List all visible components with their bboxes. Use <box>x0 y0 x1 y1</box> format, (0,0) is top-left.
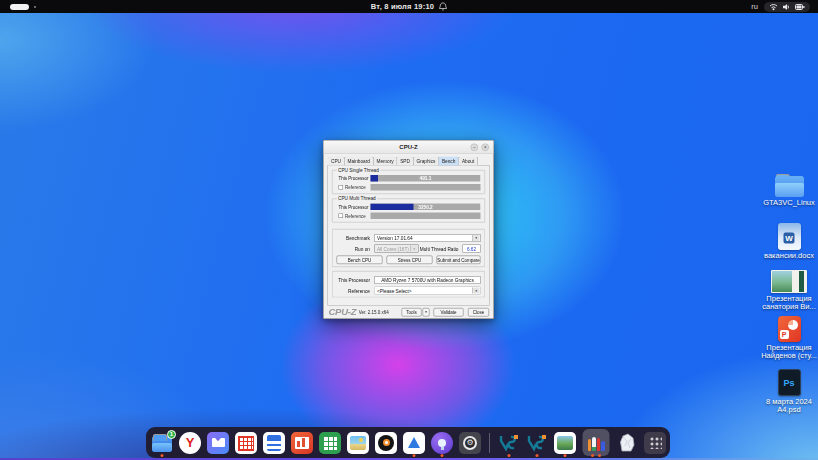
this-processor-label: This Processor <box>337 277 375 283</box>
window-title: CPU-Z <box>399 144 417 151</box>
yandex-browser-icon: Y <box>179 432 201 454</box>
multi-thread-reference-bar <box>371 213 481 220</box>
tab-spd[interactable]: SPD <box>397 157 414 166</box>
dock-item-app-store[interactable] <box>403 427 425 458</box>
tab-memory[interactable]: Memory <box>373 157 397 166</box>
dropdown-arrow-icon: ▼ <box>473 288 480 294</box>
reference-checkbox[interactable] <box>339 214 344 219</box>
multi-thread-score-bar: 3250.2 <box>371 204 481 211</box>
presentation-file-icon: P <box>778 316 801 342</box>
ratio-label: Multi Thread Ratio <box>419 246 463 252</box>
cpuz-titlebar[interactable]: CPU-Z – × <box>324 141 494 155</box>
dock-item-music[interactable] <box>375 427 397 458</box>
running-indicator <box>536 454 539 457</box>
system-tray[interactable] <box>764 2 810 12</box>
dock-item-files[interactable]: 1 <box>151 427 173 458</box>
desktop-icon-label: GTA3VC_Linux <box>758 199 818 207</box>
multi-thread-score: 3250.2 <box>371 204 481 211</box>
processor-name: AMD Ryzen 7 5700U with Radeon Graphics <box>375 276 481 284</box>
validate-button[interactable]: Validate <box>434 308 464 317</box>
tools-dropdown-arrow[interactable]: ▼ <box>423 308 430 317</box>
reference-label: Reference <box>345 185 366 190</box>
desktop-icon-folder[interactable]: GTA3VC_Linux <box>757 172 818 207</box>
calendar-icon <box>235 432 257 454</box>
help-icon <box>431 432 453 454</box>
tab-cpu[interactable]: CPU <box>328 157 345 166</box>
desktop-icon-image[interactable]: Презентация санатория Ви... <box>757 270 818 311</box>
dock-item-calendar[interactable] <box>235 427 257 458</box>
reference-checkbox[interactable] <box>339 185 344 190</box>
running-indicator <box>441 454 444 457</box>
dock-item-screenshot-viewer[interactable] <box>554 427 576 458</box>
tab-about[interactable]: About <box>458 157 477 166</box>
settings-icon: ⚙ <box>459 432 481 454</box>
dropdown-arrow-icon: ▼ <box>411 246 418 252</box>
benchmark-group: Benchmark Version 17.01.64 ▼ Run on All … <box>332 229 485 267</box>
tab-mainboard[interactable]: Mainboard <box>344 157 373 166</box>
dock-item-yandex-browser[interactable]: Y <box>179 427 201 458</box>
keyboard-layout-indicator[interactable]: ru <box>751 2 758 11</box>
reference-select[interactable]: <Please Select> ▼ <box>375 287 481 295</box>
bench-pane: CPU Single Thread This Processor 491.1 R… <box>328 165 490 306</box>
desktop-icon-docx[interactable]: W вакансии.docx <box>757 223 818 260</box>
files-badge: 1 <box>167 430 176 439</box>
dock-item-help[interactable] <box>431 427 453 458</box>
image-viewer-icon <box>347 432 369 454</box>
dock-item-wine-app-2[interactable] <box>526 427 548 458</box>
version-label: Ver. 2.15.0.x64 <box>359 310 389 315</box>
tab-graphics[interactable]: Graphics <box>413 157 439 166</box>
desktop-icon-ppt[interactable]: P Презентация Найденов (сту... <box>757 316 818 360</box>
word-document-icon: W <box>778 223 801 250</box>
close-button[interactable]: × <box>482 144 490 152</box>
reference-select-label: Reference <box>337 288 375 294</box>
cpuz-logo: CPU-Z <box>329 307 357 318</box>
row-label: This Processor <box>337 176 371 181</box>
cpuz-window: CPU-Z – × CPU Mainboard Memory SPD Graph… <box>323 140 494 319</box>
desktop: Вт, 8 июля 19:10 ru GTA3VC_Linux W вакан… <box>0 0 818 460</box>
desktop-icon-psd[interactable]: Ps 8 марта 2024 А4.psd <box>757 369 818 414</box>
clock-area[interactable]: Вт, 8 июля 19:10 <box>0 0 818 13</box>
close-window-button[interactable]: Close <box>468 308 489 317</box>
wine-app-icon <box>526 432 548 454</box>
running-indicator <box>161 454 164 457</box>
cpuz-tabs: CPU Mainboard Memory SPD Graphics Bench … <box>324 154 494 166</box>
bell-icon <box>439 2 447 11</box>
dock-item-app-grid[interactable] <box>644 427 666 458</box>
stress-cpu-button[interactable]: Stress CPU <box>387 256 433 265</box>
multi-thread-group: CPU Multi Thread This Processor 3250.2 R… <box>332 199 485 223</box>
markers-editor-icon <box>585 432 607 454</box>
dock-item-settings[interactable]: ⚙ <box>459 427 481 458</box>
desktop-icon-label: Презентация Найденов (сту... <box>758 344 818 360</box>
dock-item-markers-editor[interactable] <box>582 427 610 458</box>
desktop-icon-label: вакансии.docx <box>758 252 818 260</box>
running-indicator <box>564 454 567 457</box>
desktop-icon-label: Презентация санатория Ви... <box>758 295 818 311</box>
music-icon <box>375 432 397 454</box>
presentation-app-icon <box>291 432 313 454</box>
dock-item-wine-app-1[interactable] <box>498 427 520 458</box>
running-indicator <box>598 454 601 457</box>
row-label: This Processor <box>337 204 371 209</box>
dock-item-text-editor[interactable] <box>263 427 285 458</box>
tab-bench[interactable]: Bench <box>438 157 458 166</box>
desktop-icon-label: 8 марта 2024 А4.psd <box>758 398 818 414</box>
dock-item-image-viewer[interactable] <box>347 427 369 458</box>
wifi-icon <box>769 3 778 11</box>
top-menu-bar: Вт, 8 июля 19:10 ru <box>0 0 818 13</box>
image-file-icon <box>771 270 807 293</box>
dock-item-mail[interactable] <box>207 427 229 458</box>
group-title: CPU Multi Thread <box>337 196 378 202</box>
clock-label[interactable]: Вт, 8 июля 19:10 <box>371 2 434 11</box>
screenshot-viewer-icon <box>554 432 576 454</box>
dock-item-presentation[interactable] <box>291 427 313 458</box>
wine-app-icon <box>498 432 520 454</box>
minimize-button[interactable]: – <box>471 144 479 152</box>
dock-item-spreadsheets[interactable] <box>319 427 341 458</box>
bench-cpu-button[interactable]: Bench CPU <box>337 256 383 265</box>
tools-button[interactable]: Tools <box>402 308 422 317</box>
single-thread-group: CPU Single Thread This Processor 491.1 R… <box>332 170 485 194</box>
submit-compare-button[interactable]: Submit and Compare <box>437 256 481 265</box>
dock-item-trash[interactable] <box>616 427 638 458</box>
benchmark-version-select[interactable]: Version 17.01.64 ▼ <box>375 234 481 242</box>
running-indicator <box>591 454 594 457</box>
